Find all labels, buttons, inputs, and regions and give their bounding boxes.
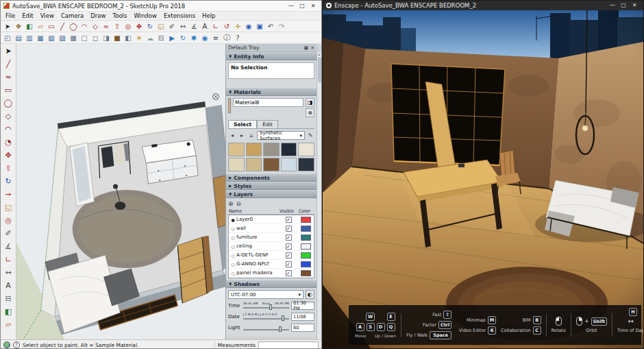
light-slider[interactable] [243, 324, 289, 332]
menu-item[interactable]: Edit [18, 12, 36, 19]
light-value-input[interactable]: 80 [291, 324, 314, 332]
layer-row[interactable]: ○ A-DETL-GENF ✓ [229, 251, 314, 260]
text-tool[interactable]: A [199, 21, 210, 32]
section-plane-icon[interactable]: ⊟ [156, 32, 166, 43]
back-view-icon[interactable]: ▧ [46, 32, 57, 43]
arc-tool[interactable]: ◠ [79, 21, 90, 32]
rectangle-tool[interactable]: ▭ [46, 21, 57, 32]
layers-panel-icon[interactable]: ≡ [210, 32, 221, 43]
enscape-render-viewport[interactable]: W E A S D Q Move Up / Down Fast⇧ Fac [323, 10, 643, 348]
arc-tool[interactable]: ◠ [2, 123, 15, 136]
enscape-start-icon[interactable]: ▶ [166, 32, 177, 43]
front-view-icon[interactable]: ▥ [24, 32, 35, 43]
follow-me-tool[interactable]: ➙ [2, 188, 15, 201]
section-shadows[interactable]: ▼ Shadows [226, 280, 317, 288]
layer-row[interactable]: ○ furniture ✓ [229, 233, 314, 242]
material-swatch[interactable] [263, 158, 280, 171]
move-tool[interactable]: ✥ [134, 21, 145, 32]
layer-color-swatch[interactable] [298, 217, 313, 223]
tray-pin-icon[interactable]: ▣ [304, 45, 309, 51]
layer-visible-checkbox[interactable]: ✓ [279, 217, 298, 223]
help-icon[interactable]: ? [232, 32, 243, 43]
push-pull-tool[interactable]: ⇧ [2, 162, 15, 175]
material-swatch[interactable] [228, 158, 245, 171]
axes-tool[interactable]: ∟ [2, 253, 15, 266]
section-entity-info[interactable]: ▼ Entity Info [226, 52, 317, 60]
material-swatch[interactable] [263, 143, 280, 156]
right-view-icon[interactable]: ▦ [35, 32, 46, 43]
layer-color-swatch[interactable] [298, 234, 313, 241]
layer-active-radio[interactable]: ○ [230, 244, 236, 249]
create-material-icon[interactable]: ⊕ [306, 108, 314, 117]
material-swatch[interactable] [228, 143, 245, 156]
menu-item[interactable]: Help [199, 12, 219, 19]
layer-visible-checkbox[interactable]: ✓ [279, 270, 298, 276]
home-icon[interactable]: ⌂ [247, 132, 256, 140]
shadows-toggle-icon[interactable]: ☀ [134, 32, 145, 43]
hidden-line-mode-icon[interactable]: ◻ [90, 32, 101, 43]
iso-view-icon[interactable]: ◰ [2, 32, 13, 43]
timezone-dropdown[interactable]: UTC-07:00 ▾ [228, 290, 304, 299]
menu-item[interactable]: Camera [58, 12, 87, 19]
date-slider[interactable]: J F M A M J J A S O N D [243, 313, 289, 321]
measurements-input[interactable] [258, 341, 319, 349]
scale-tool[interactable]: ◱ [156, 21, 166, 32]
material-swatch[interactable] [298, 143, 314, 156]
layer-row[interactable]: ○ wall ✓ [229, 224, 314, 233]
menu-item[interactable]: Window [130, 12, 160, 19]
layer-visible-checkbox[interactable]: ✓ [279, 243, 298, 250]
sample-paint-icon[interactable]: ✎ [306, 132, 314, 140]
minimize-button[interactable]: — [286, 1, 297, 11]
time-slider[interactable]: 06:41 AM Noon 04:45 PM [243, 302, 289, 310]
geolocation-icon[interactable] [3, 341, 10, 348]
layer-active-radio[interactable]: ○ [230, 235, 236, 240]
sketchup-viewport[interactable] [16, 44, 225, 339]
zoom-tool[interactable]: ◉ [243, 21, 254, 32]
maximize-button[interactable]: □ [618, 1, 629, 10]
close-button[interactable]: ✕ [629, 1, 640, 10]
display-secondary-pane-icon[interactable]: ◨ [306, 98, 314, 107]
push-pull-tool[interactable]: ⇧ [112, 21, 123, 32]
offset-tool[interactable]: ◎ [123, 21, 134, 32]
menu-item[interactable]: File [2, 12, 18, 19]
circle-tool[interactable]: ◯ [2, 97, 15, 110]
rotate-tool[interactable]: ↻ [2, 175, 15, 188]
paint-bucket-tool[interactable]: ◧ [2, 305, 15, 318]
move-tool[interactable]: ✥ [2, 149, 15, 162]
tape-measure-tool[interactable]: ✐ [166, 21, 177, 32]
previous-view-icon[interactable]: ↶ [265, 21, 276, 32]
layer-row[interactable]: ○ G-ANNO-NPLT ✓ [229, 260, 314, 269]
eraser-tool[interactable]: ▱ [2, 318, 15, 331]
left-view-icon[interactable]: ▨ [57, 32, 68, 43]
shaded-mode-icon[interactable]: ◨ [101, 32, 112, 43]
polygon-tool[interactable]: ◇ [90, 21, 101, 32]
tray-close-icon[interactable]: ✕ [310, 45, 314, 51]
layer-active-radio[interactable]: ○ [230, 262, 236, 267]
tape-measure-tool[interactable]: ✐ [2, 227, 15, 240]
top-view-icon[interactable]: ▤ [13, 32, 24, 43]
layer-color-swatch[interactable] [298, 243, 313, 250]
help-icon[interactable]: ? [13, 341, 20, 348]
axes-tool[interactable]: ∟ [210, 21, 221, 32]
layer-color-swatch[interactable] [298, 261, 313, 267]
pie-tool[interactable]: ◔ [2, 136, 15, 149]
material-swatch[interactable] [246, 158, 262, 171]
layer-color-swatch[interactable] [298, 226, 313, 232]
offset-tool[interactable]: ◎ [2, 214, 15, 227]
model-info-icon[interactable]: ⓘ [221, 32, 232, 43]
forward-icon[interactable]: ▸ [238, 132, 246, 140]
eraser-tool[interactable]: ▱ [35, 21, 46, 32]
layer-visible-checkbox[interactable]: ✓ [279, 226, 298, 232]
material-swatch[interactable] [281, 158, 297, 171]
line-tool[interactable]: ╱ [57, 21, 68, 32]
protractor-tool[interactable]: ∡ [188, 21, 199, 32]
tab-select[interactable]: Select [228, 120, 257, 128]
maximize-button[interactable]: □ [297, 1, 308, 11]
section-materials[interactable]: ▼ Materials [226, 88, 317, 96]
layer-visible-checkbox[interactable]: ✓ [279, 252, 298, 258]
layer-active-radio[interactable]: ○ [230, 271, 236, 276]
fog-toggle-icon[interactable]: ☁ [145, 32, 156, 43]
material-swatch[interactable] [298, 158, 314, 171]
pan-tool[interactable]: ✛ [232, 21, 243, 32]
layer-visible-checkbox[interactable]: ✓ [279, 234, 298, 241]
